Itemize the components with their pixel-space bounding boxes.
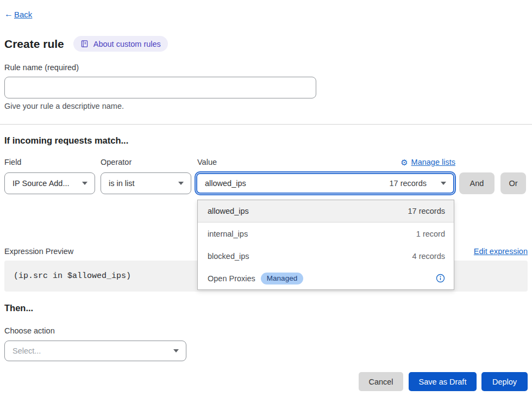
and-button[interactable]: And xyxy=(459,172,495,194)
about-custom-rules-label: About custom rules xyxy=(93,40,161,48)
value-select-record-count: 17 records xyxy=(389,179,427,188)
list-item-record-count: 4 records xyxy=(412,252,445,261)
operator-select-value: is in list xyxy=(109,179,178,188)
deploy-button[interactable]: Deploy xyxy=(481,372,528,391)
list-item-name: internal_ips xyxy=(208,230,248,238)
chevron-down-icon xyxy=(441,182,446,185)
value-select[interactable]: allowed_ips 17 records xyxy=(196,173,454,194)
save-as-draft-button[interactable]: Save as Draft xyxy=(409,372,477,391)
list-dropdown-panel: allowed_ips 17 records internal_ips 1 re… xyxy=(197,200,454,290)
value-select-selected: allowed_ips xyxy=(205,179,383,188)
back-link-label: Back xyxy=(14,10,32,19)
expression-preview-label: Expression Preview xyxy=(4,247,73,256)
list-item-blocked-ips[interactable]: blocked_ips 4 records xyxy=(198,245,454,267)
then-section-heading: Then... xyxy=(4,303,33,313)
list-item-name: allowed_ips xyxy=(208,207,249,215)
or-button[interactable]: Or xyxy=(500,172,526,194)
operator-select[interactable]: is in list xyxy=(101,172,191,194)
operator-label: Operator xyxy=(101,158,132,166)
list-item-record-count: 17 records xyxy=(408,207,445,215)
gear-icon: ⚙ xyxy=(400,158,408,166)
rule-name-label: Rule name (required) xyxy=(4,63,79,72)
manage-lists-link[interactable]: ⚙ Manage lists xyxy=(400,158,455,166)
edit-expression-link[interactable]: Edit expression xyxy=(474,247,528,256)
info-icon[interactable] xyxy=(436,274,445,283)
cancel-button[interactable]: Cancel xyxy=(359,372,403,391)
title-row: Create rule About custom rules xyxy=(4,36,168,52)
list-item-name: Open Proxies xyxy=(208,274,255,283)
back-arrow-icon: ← xyxy=(4,9,13,19)
manage-lists-label: Manage lists xyxy=(411,158,455,166)
book-icon xyxy=(80,40,89,48)
managed-badge: Managed xyxy=(261,273,303,285)
field-select-value: IP Source Add... xyxy=(12,179,82,188)
list-item-record-count: 1 record xyxy=(416,230,445,238)
back-link[interactable]: ← Back xyxy=(4,9,32,19)
page-title: Create rule xyxy=(4,38,64,51)
list-item-open-proxies[interactable]: Open Proxies Managed xyxy=(198,267,454,289)
rule-name-helper-text: Give your rule a descriptive name. xyxy=(4,102,124,110)
match-section-heading: If incoming requests match... xyxy=(4,135,128,146)
list-item-allowed-ips[interactable]: allowed_ips 17 records xyxy=(198,200,454,222)
section-divider xyxy=(0,124,532,125)
chevron-down-icon xyxy=(82,182,87,185)
action-select-placeholder: Select... xyxy=(12,347,173,355)
list-item-internal-ips[interactable]: internal_ips 1 record xyxy=(198,222,454,245)
create-rule-page: ← Back Create rule About custom rules Ru… xyxy=(0,0,532,402)
action-select[interactable]: Select... xyxy=(4,341,186,361)
about-custom-rules-link[interactable]: About custom rules xyxy=(73,36,168,52)
list-item-name: blocked_ips xyxy=(208,252,249,261)
field-select[interactable]: IP Source Add... xyxy=(4,172,95,194)
rule-name-input[interactable] xyxy=(4,77,316,98)
value-label: Value xyxy=(197,158,217,166)
chevron-down-icon xyxy=(173,349,179,352)
field-label: Field xyxy=(4,158,21,166)
choose-action-label: Choose action xyxy=(4,326,55,335)
chevron-down-icon xyxy=(178,182,184,185)
